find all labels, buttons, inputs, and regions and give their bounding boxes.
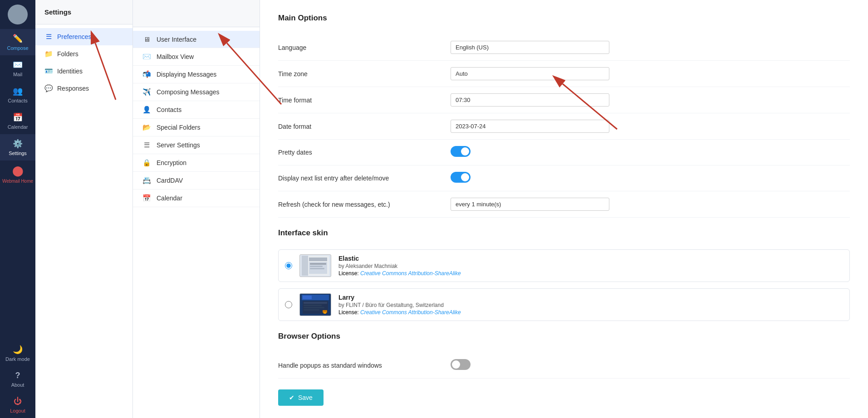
skin-license-link-larry[interactable]: Creative Commons Attribution-ShareAlike bbox=[360, 309, 461, 316]
nav-item-compose[interactable]: ✏️ Compose bbox=[0, 29, 35, 55]
interface-skin-title: Interface skin bbox=[278, 228, 850, 240]
nav-item-settings[interactable]: ⚙️ Settings bbox=[0, 134, 35, 160]
webmail-icon: ⬤ bbox=[12, 165, 24, 177]
popups-value bbox=[451, 359, 850, 372]
skin-license-link-elastic[interactable]: Creative Commons Attribution-ShareAlike bbox=[360, 270, 461, 277]
popups-label: Handle popups as standard windows bbox=[278, 362, 451, 369]
timezone-label: Time zone bbox=[278, 70, 451, 78]
refresh-display[interactable]: every 1 minute(s) bbox=[451, 198, 609, 211]
sub-menu-user-interface[interactable]: 🖥 User Interface bbox=[133, 31, 260, 48]
date-format-value: 2023-07-24 bbox=[451, 120, 850, 133]
sub-menu-composing-messages[interactable]: ✈️ Composing Messages bbox=[133, 83, 260, 101]
settings-menu-item-preferences[interactable]: ☰ Preferences bbox=[35, 28, 132, 45]
svg-rect-19 bbox=[304, 307, 324, 308]
refresh-value: every 1 minute(s) bbox=[451, 198, 850, 211]
encryption-icon: 🔒 bbox=[142, 159, 151, 167]
composing-messages-label: Composing Messages bbox=[157, 88, 220, 96]
sub-menu-encryption[interactable]: 🔒 Encryption bbox=[133, 154, 260, 172]
display-next-row: Display next list entry after delete/mov… bbox=[278, 165, 850, 191]
nav-label-compose: Compose bbox=[7, 45, 28, 51]
settings-menu: ☰ Preferences 📁 Folders 🪪 Identities 💬 R… bbox=[35, 24, 132, 101]
nav-bar: ✏️ Compose ✉️ Mail 👥 Contacts 📅 Calendar… bbox=[0, 0, 35, 418]
pretty-dates-toggle[interactable] bbox=[451, 146, 471, 157]
sub-menu-contacts[interactable]: 👤 Contacts bbox=[133, 101, 260, 119]
settings-menu-item-identities[interactable]: 🪪 Identities bbox=[35, 63, 132, 80]
nav-label-settings: Settings bbox=[9, 151, 27, 156]
skin-author-elastic: by Aleksander Machniak bbox=[338, 263, 843, 269]
special-folders-label: Special Folders bbox=[157, 124, 201, 131]
nav-label-contacts: Contacts bbox=[8, 98, 27, 103]
nav-item-contacts[interactable]: 👥 Contacts bbox=[0, 82, 35, 108]
skin-radio-elastic[interactable] bbox=[285, 262, 292, 269]
sub-settings-title bbox=[133, 0, 260, 27]
server-settings-label: Server Settings bbox=[157, 141, 200, 149]
encryption-label: Encryption bbox=[157, 159, 186, 166]
skin-thumb-elastic bbox=[299, 254, 331, 277]
skin-option-larry[interactable]: Larry by FLINT / Büro für Gestaltung, Sw… bbox=[278, 288, 850, 321]
svg-rect-17 bbox=[304, 302, 327, 304]
calendar-icon: 📅 bbox=[13, 112, 23, 122]
sub-menu-displaying-messages[interactable]: 📬 Displaying Messages bbox=[133, 66, 260, 83]
display-next-toggle[interactable] bbox=[451, 172, 471, 183]
save-button[interactable]: ✔ Save bbox=[278, 389, 324, 406]
sub-menu-calendar[interactable]: 📅 Calendar bbox=[133, 190, 260, 207]
svg-rect-8 bbox=[309, 258, 327, 261]
svg-rect-10 bbox=[310, 263, 326, 265]
sub-menu-carddav[interactable]: 📇 CardDAV bbox=[133, 172, 260, 190]
refresh-label: Refresh (check for new messages, etc.) bbox=[278, 201, 451, 208]
display-next-label: Display next list entry after delete/mov… bbox=[278, 175, 451, 182]
skin-radio-larry[interactable] bbox=[285, 301, 292, 308]
nav-label-logout: Logout bbox=[10, 408, 25, 413]
skin-license-elastic: License: Creative Commons Attribution-Sh… bbox=[338, 270, 843, 277]
svg-rect-7 bbox=[302, 256, 308, 276]
nav-item-about[interactable]: ? About bbox=[0, 366, 35, 392]
sub-menu-mailbox-view[interactable]: ✉️ Mailbox View bbox=[133, 48, 260, 66]
pretty-dates-row: Pretty dates bbox=[278, 140, 850, 165]
contacts-icon: 👥 bbox=[13, 86, 23, 96]
date-format-display[interactable]: 2023-07-24 bbox=[451, 120, 609, 133]
interface-skin-section: Interface skin Elastic bbox=[278, 228, 850, 321]
svg-rect-12 bbox=[310, 268, 324, 269]
skin-info-larry: Larry by FLINT / Büro für Gestaltung, Sw… bbox=[338, 294, 843, 316]
sub-menu-server-settings[interactable]: ☰ Server Settings bbox=[133, 136, 260, 154]
skin-option-elastic[interactable]: Elastic by Aleksander Machniak License: … bbox=[278, 249, 850, 282]
settings-panel: Settings ☰ Preferences 📁 Folders 🪪 Ident… bbox=[35, 0, 133, 418]
nav-item-mail[interactable]: ✉️ Mail bbox=[0, 55, 35, 82]
timezone-display[interactable]: Auto bbox=[451, 67, 609, 80]
skin-author-larry: by FLINT / Büro für Gestaltung, Switzerl… bbox=[338, 302, 843, 308]
popups-toggle[interactable] bbox=[451, 359, 471, 370]
pretty-dates-value bbox=[451, 146, 850, 159]
time-format-display[interactable]: 07:30 bbox=[451, 93, 609, 107]
special-folders-icon: 📂 bbox=[142, 123, 151, 131]
compose-icon: ✏️ bbox=[13, 34, 23, 44]
language-display[interactable]: English (US) bbox=[451, 41, 609, 54]
displaying-messages-icon: 📬 bbox=[142, 70, 151, 78]
save-checkmark: ✔ bbox=[289, 394, 294, 401]
language-row: Language English (US) bbox=[278, 34, 850, 61]
responses-icon: 💬 bbox=[44, 84, 53, 92]
svg-rect-20 bbox=[304, 309, 319, 311]
svg-rect-15 bbox=[303, 296, 312, 299]
skin-name-elastic: Elastic bbox=[338, 255, 843, 262]
nav-item-webmail[interactable]: ⬤ Webmail Home bbox=[0, 160, 35, 189]
settings-menu-item-responses[interactable]: 💬 Responses bbox=[35, 80, 132, 97]
sub-menu-special-folders[interactable]: 📂 Special Folders bbox=[133, 119, 260, 136]
nav-item-logout[interactable]: ⏻ Logout bbox=[0, 392, 35, 418]
svg-rect-18 bbox=[304, 305, 322, 306]
settings-title: Settings bbox=[35, 0, 132, 24]
preferences-icon: ☰ bbox=[44, 33, 53, 41]
identities-icon: 🪪 bbox=[44, 67, 53, 75]
popups-slider bbox=[451, 359, 471, 370]
calendar-sub-icon: 📅 bbox=[142, 194, 151, 202]
pretty-dates-label: Pretty dates bbox=[278, 149, 451, 156]
main-options-title: Main Options bbox=[278, 14, 850, 25]
nav-item-darkmode[interactable]: 🌙 Dark mode bbox=[0, 340, 35, 366]
browser-options-section: Browser Options Handle popups as standar… bbox=[278, 332, 850, 379]
browser-options-title: Browser Options bbox=[278, 332, 850, 344]
mail-icon: ✉️ bbox=[13, 60, 23, 70]
popups-row: Handle popups as standard windows bbox=[278, 353, 850, 379]
settings-menu-item-folders[interactable]: 📁 Folders bbox=[35, 45, 132, 63]
nav-item-calendar[interactable]: 📅 Calendar bbox=[0, 108, 35, 134]
date-format-label: Date format bbox=[278, 123, 451, 130]
identities-label: Identities bbox=[57, 68, 83, 75]
